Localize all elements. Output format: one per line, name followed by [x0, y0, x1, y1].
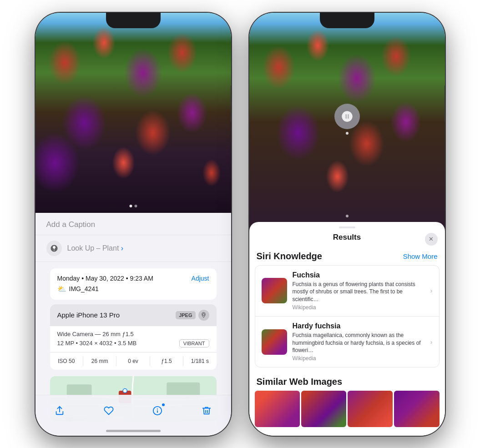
- svg-point-6: [123, 388, 127, 393]
- camera-details: Wide Camera — 26 mm ƒ1.5 12 MP • 3024 × …: [50, 326, 217, 347]
- caption-placeholder[interactable]: Add a Caption: [46, 220, 96, 229]
- info-button[interactable]: [147, 401, 167, 421]
- vi-dot: [346, 132, 349, 135]
- info-badge-dot: [161, 403, 166, 407]
- lookup-chevron: ›: [121, 244, 123, 252]
- exif-ev: 0 ev: [116, 356, 150, 366]
- camera-section: Apple iPhone 13 Pro JPEG: [50, 304, 217, 370]
- lookup-icon: [46, 241, 62, 256]
- results-title: Results: [333, 233, 361, 242]
- fuchsia-title: Fuchsia: [293, 271, 425, 279]
- heart-button[interactable]: [99, 401, 119, 421]
- photo-area-right[interactable]: [249, 13, 445, 231]
- web-images-title: Similar Web Images: [257, 377, 343, 387]
- lookup-row[interactable]: Look Up – Plant ›: [35, 235, 231, 262]
- filename: IMG_4241: [69, 285, 99, 292]
- camera-section-wrap: Apple iPhone 13 Pro JPEG: [35, 304, 231, 376]
- web-images-row[interactable]: [249, 391, 445, 427]
- close-icon: ✕: [429, 236, 434, 242]
- right-phone: Results ✕ Siri Knowledge Show More: [249, 13, 445, 436]
- hardy-content: Hardy fuchsia Fuchsia magellanica, commo…: [293, 322, 425, 362]
- mp-text: 12 MP • 3024 × 4032 • 3.5 MB: [57, 340, 137, 347]
- results-header: Results ✕: [249, 228, 445, 247]
- fuchsia-chevron: ›: [430, 287, 433, 294]
- fuchsia-source: Wikipedia: [293, 304, 425, 311]
- web-image-1[interactable]: [255, 391, 300, 427]
- camera-line: Wide Camera — 26 mm ƒ1.5: [57, 331, 209, 337]
- cloud-icon: ⛅: [57, 285, 66, 293]
- trash-button[interactable]: [197, 401, 217, 421]
- lookup-subject: Plant: [100, 244, 119, 252]
- badges: JPEG: [176, 310, 209, 321]
- siri-knowledge-title: Siri Knowledge: [257, 251, 322, 262]
- web-image-4[interactable]: [394, 391, 439, 427]
- hardy-chevron: ›: [430, 338, 433, 346]
- caption-area[interactable]: Add a Caption: [35, 213, 231, 235]
- visual-intelligence-button[interactable]: [334, 104, 360, 129]
- date-card: Monday • May 30, 2022 • 9:23 AM Adjust ⛅…: [50, 268, 217, 300]
- exif-aperture: ƒ1.5: [150, 356, 183, 366]
- hardy-title: Hardy fuchsia: [293, 322, 425, 330]
- svg-point-1: [202, 313, 204, 315]
- web-image-3[interactable]: [348, 391, 393, 427]
- show-more-button[interactable]: Show More: [403, 252, 438, 260]
- flower-photo-left: [35, 13, 231, 213]
- fuchsia-content: Fuchsia Fuchsia is a genus of flowering …: [293, 271, 425, 311]
- knowledge-cards: Fuchsia Fuchsia is a genus of flowering …: [255, 265, 440, 368]
- lookup-label: Look Up – Plant ›: [67, 244, 124, 252]
- hardy-thumb: [262, 329, 287, 355]
- results-close-button[interactable]: ✕: [425, 233, 438, 246]
- results-panel: Results ✕ Siri Knowledge Show More: [249, 222, 445, 436]
- home-indicator: [106, 430, 161, 432]
- location-badge: [198, 310, 209, 321]
- jpeg-badge: JPEG: [176, 311, 195, 319]
- date-section: Monday • May 30, 2022 • 9:23 AM Adjust ⛅…: [35, 262, 231, 304]
- hardy-fuchsia-card[interactable]: Hardy fuchsia Fuchsia magellanica, commo…: [255, 316, 439, 367]
- exif-shutter: 1/181 s: [183, 356, 216, 366]
- dot-bottom-right: [346, 215, 349, 217]
- megapixels-row: 12 MP • 3024 × 4032 • 3.5 MB VIBRANT: [57, 339, 209, 347]
- web-images-header: Similar Web Images: [249, 373, 445, 391]
- adjust-button[interactable]: Adjust: [192, 275, 209, 282]
- filename-row: ⛅ IMG_4241: [57, 285, 209, 293]
- svg-point-0: [54, 249, 55, 250]
- left-phone: Add a Caption Look Up – Plant ›: [35, 13, 231, 436]
- lookup-text: Look Up –: [67, 244, 101, 252]
- exif-iso: ISO 50: [50, 356, 83, 366]
- left-screen: Add a Caption Look Up – Plant ›: [35, 13, 231, 436]
- share-button[interactable]: [50, 401, 70, 421]
- camera-model: Apple iPhone 13 Pro: [57, 311, 120, 319]
- dot-2: [134, 205, 137, 207]
- date-row: Monday • May 30, 2022 • 9:23 AM Adjust: [57, 275, 209, 282]
- vibrant-badge: VIBRANT: [179, 339, 209, 347]
- web-image-2[interactable]: [301, 391, 346, 427]
- hardy-source: Wikipedia: [293, 355, 425, 362]
- hardy-desc: Fuchsia magellanica, commonly known as t…: [293, 332, 425, 354]
- photo-area-left[interactable]: [35, 13, 231, 213]
- date-text: Monday • May 30, 2022 • 9:23 AM: [57, 275, 153, 282]
- fuchsia-desc: Fuchsia is a genus of flowering plants t…: [293, 281, 425, 303]
- fuchsia-card[interactable]: Fuchsia Fuchsia is a genus of flowering …: [255, 266, 439, 316]
- exif-focal: 26 mm: [83, 356, 116, 366]
- camera-header: Apple iPhone 13 Pro JPEG: [50, 304, 217, 326]
- right-screen: Results ✕ Siri Knowledge Show More: [249, 13, 445, 436]
- fuchsia-thumb: [262, 278, 287, 303]
- dot-1: [129, 205, 132, 207]
- exif-row: ISO 50 26 mm 0 ev ƒ1.5 1/181 s: [50, 352, 217, 370]
- hardy-thumb-img: [262, 329, 287, 355]
- siri-knowledge-header: Siri Knowledge Show More: [249, 247, 445, 265]
- dot-indicator: [129, 205, 137, 207]
- fuchsia-thumb-img: [262, 278, 287, 303]
